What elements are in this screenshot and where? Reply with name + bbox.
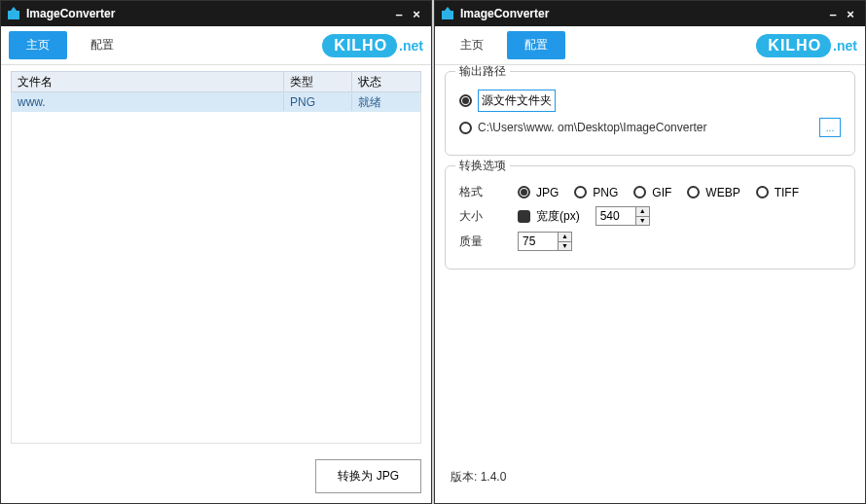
radio-icon: [518, 186, 530, 198]
cell-type: PNG: [284, 93, 352, 111]
format-label: 格式: [459, 184, 518, 200]
format-webp[interactable]: WEBP: [687, 186, 740, 199]
spin-down-icon[interactable]: ▼: [559, 242, 571, 251]
radio-custom-path[interactable]: C:\Users\www. om\Desktop\ImageConverter …: [459, 118, 841, 137]
logo: KILHO .net: [322, 34, 423, 57]
main-window: ImageConverter – × 主页 配置 KILHO .net 文件名 …: [0, 0, 432, 504]
format-png[interactable]: PNG: [574, 186, 618, 199]
width-field[interactable]: [596, 207, 635, 225]
table-row[interactable]: www. PNG 就绪: [12, 92, 420, 112]
col-filename[interactable]: 文件名: [12, 72, 284, 92]
radio-source-folder[interactable]: 源文件文件夹: [459, 90, 841, 112]
app-title: ImageConverter: [26, 7, 115, 20]
format-gif[interactable]: GIF: [633, 186, 671, 199]
table-header: 文件名 类型 状态: [11, 71, 421, 92]
spin-up-icon[interactable]: ▲: [559, 233, 571, 242]
radio-icon: [459, 122, 472, 134]
table-body[interactable]: www. PNG 就绪: [11, 92, 421, 444]
radio-icon: [687, 186, 700, 198]
logo-suffix: .net: [399, 38, 423, 54]
svg-rect-2: [442, 11, 453, 19]
custom-path-text: C:\Users\www. om\Desktop\ImageConverter: [478, 121, 706, 134]
minimize-button[interactable]: –: [824, 5, 842, 22]
config-window: ImageConverter – × 主页 配置 KILHO .net 输出路径…: [434, 0, 866, 504]
size-label: 大小: [459, 208, 518, 225]
version-text: 版本: 1.4.0: [445, 457, 855, 497]
cell-status: 就绪: [352, 92, 420, 113]
close-button[interactable]: ×: [842, 5, 859, 22]
checkbox-icon: [518, 210, 530, 223]
toolbar: 主页 配置 KILHO .net: [1, 26, 431, 65]
quality-label: 质量: [459, 234, 518, 250]
logo-text: KILHO: [322, 34, 397, 57]
output-path-group: 输出路径 源文件文件夹 C:\Users\www. om\Desktop\Ima…: [445, 71, 855, 156]
spin-down-icon[interactable]: ▼: [636, 217, 649, 226]
svg-rect-0: [8, 11, 19, 19]
app-icon: [441, 7, 454, 20]
config-panel: 输出路径 源文件文件夹 C:\Users\www. om\Desktop\Ima…: [435, 65, 865, 503]
quality-row: 质量 ▲▼: [459, 232, 841, 251]
group-title: 输出路径: [455, 65, 510, 80]
toolbar: 主页 配置 KILHO .net: [435, 26, 865, 65]
quality-field[interactable]: [519, 233, 558, 250]
svg-marker-1: [10, 7, 18, 12]
quality-input[interactable]: ▲▼: [518, 232, 572, 251]
format-tiff[interactable]: TIFF: [756, 186, 799, 199]
width-toggle[interactable]: 宽度(px): [518, 208, 580, 225]
file-list-panel: 文件名 类型 状态 www. PNG 就绪: [1, 65, 431, 450]
browse-button[interactable]: ...: [819, 118, 841, 137]
logo-text: KILHO: [756, 34, 831, 57]
radio-icon: [756, 186, 769, 198]
radio-icon: [459, 94, 472, 107]
tab-config[interactable]: 配置: [507, 31, 565, 59]
titlebar[interactable]: ImageConverter – ×: [1, 1, 431, 26]
tab-main[interactable]: 主页: [443, 31, 501, 59]
minimize-button[interactable]: –: [390, 5, 408, 22]
radio-icon: [574, 186, 587, 198]
tab-config[interactable]: 配置: [73, 31, 131, 59]
logo-suffix: .net: [833, 38, 857, 54]
bottom-bar: 转换为 JPG: [1, 450, 431, 503]
group-title: 转换选项: [455, 158, 510, 174]
format-jpg[interactable]: JPG: [518, 186, 559, 199]
width-input[interactable]: ▲▼: [595, 206, 650, 226]
convert-options-group: 转换选项 格式 JPG PNG GIF WEBP TIFF 大小 宽度(px) …: [445, 165, 855, 270]
col-type[interactable]: 类型: [284, 72, 352, 92]
close-button[interactable]: ×: [408, 5, 425, 22]
radio-icon: [633, 186, 646, 198]
app-title: ImageConverter: [460, 7, 549, 20]
svg-marker-3: [444, 7, 451, 12]
app-icon: [7, 7, 20, 20]
tab-main[interactable]: 主页: [9, 31, 67, 59]
col-status[interactable]: 状态: [352, 72, 420, 92]
format-row: 格式 JPG PNG GIF WEBP TIFF: [459, 184, 841, 200]
cell-name: www.: [12, 93, 284, 111]
source-folder-label: 源文件文件夹: [478, 90, 556, 112]
logo: KILHO .net: [756, 34, 857, 57]
size-row: 大小 宽度(px) ▲▼: [459, 206, 841, 226]
convert-button[interactable]: 转换为 JPG: [315, 459, 421, 493]
titlebar[interactable]: ImageConverter – ×: [435, 1, 865, 26]
spin-up-icon[interactable]: ▲: [636, 207, 649, 217]
